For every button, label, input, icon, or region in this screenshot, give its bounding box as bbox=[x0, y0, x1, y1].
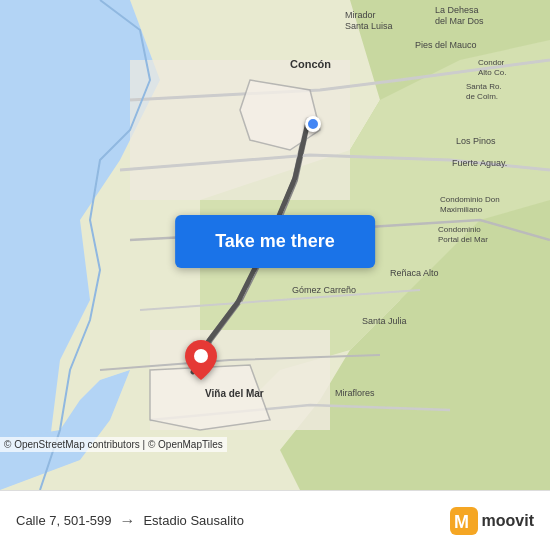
label-cond-don: Condominio DonMaximiliano bbox=[440, 195, 500, 214]
route-arrow-icon: → bbox=[119, 512, 135, 530]
destination-marker bbox=[185, 340, 217, 384]
label-santa-ro: Santa Ro.de Colm. bbox=[466, 82, 502, 101]
label-concon: Concón bbox=[290, 58, 331, 70]
moovit-logo: M moovit bbox=[450, 507, 534, 535]
route-info: Calle 7, 501-599 → Estadio Sausalito bbox=[16, 512, 450, 530]
label-santa-julia: Santa Julia bbox=[362, 316, 407, 326]
origin-marker bbox=[305, 116, 321, 132]
label-miraflores: Miraflores bbox=[335, 388, 375, 398]
label-renaca: Reñaca Alto bbox=[390, 268, 439, 278]
moovit-text: moovit bbox=[482, 512, 534, 530]
map-container: MiradorSanta Luisa La Dehesadel Mar Dos … bbox=[0, 0, 550, 490]
route-destination: Estadio Sausalito bbox=[143, 513, 243, 528]
label-mirador: MiradorSanta Luisa bbox=[345, 10, 393, 32]
label-cond-alto: CondorAlto Co. bbox=[478, 58, 506, 77]
label-cond-portal: CondominioPortal del Mar bbox=[438, 225, 488, 244]
label-dehesa: La Dehesadel Mar Dos bbox=[435, 5, 484, 27]
label-los-pinos: Los Pinos bbox=[456, 136, 496, 146]
svg-text:M: M bbox=[454, 512, 469, 532]
route-origin: Calle 7, 501-599 bbox=[16, 513, 111, 528]
bottom-bar: Calle 7, 501-599 → Estadio Sausalito M m… bbox=[0, 490, 550, 550]
label-pies: Pies del Mauco bbox=[415, 40, 477, 50]
take-me-there-button[interactable]: Take me there bbox=[175, 215, 375, 268]
svg-point-3 bbox=[194, 349, 208, 363]
label-vina: Viña del Mar bbox=[205, 388, 264, 399]
label-fuerte: Fuerte Aguay. bbox=[452, 158, 507, 168]
osm-attribution: © OpenStreetMap contributors | © OpenMap… bbox=[0, 437, 227, 452]
label-gomez: Gómez Carreño bbox=[292, 285, 356, 295]
